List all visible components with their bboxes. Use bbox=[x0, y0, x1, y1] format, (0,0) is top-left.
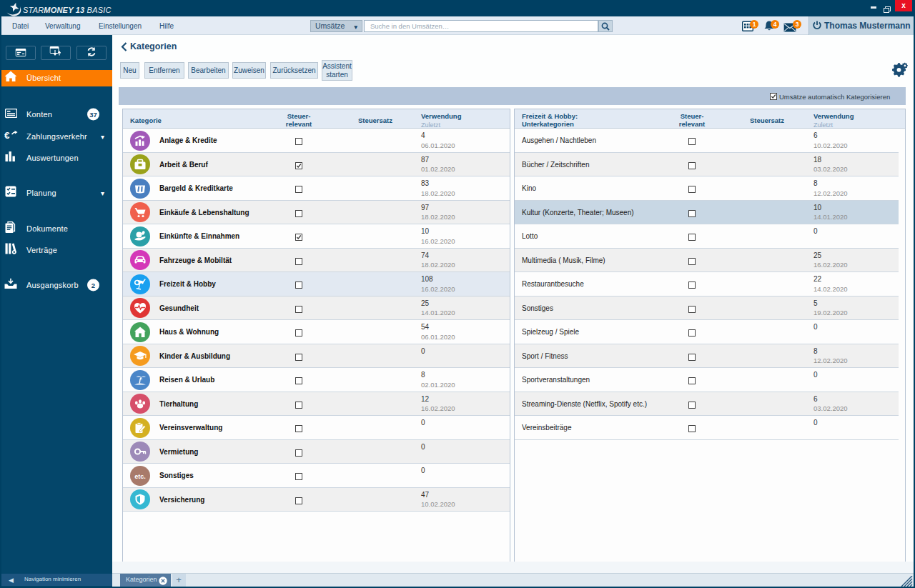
svg-text:etc.: etc. bbox=[134, 472, 146, 479]
svg-text:STARMONEY 13 BASIC: STARMONEY 13 BASIC bbox=[23, 6, 112, 14]
svg-text:€: € bbox=[4, 130, 10, 141]
